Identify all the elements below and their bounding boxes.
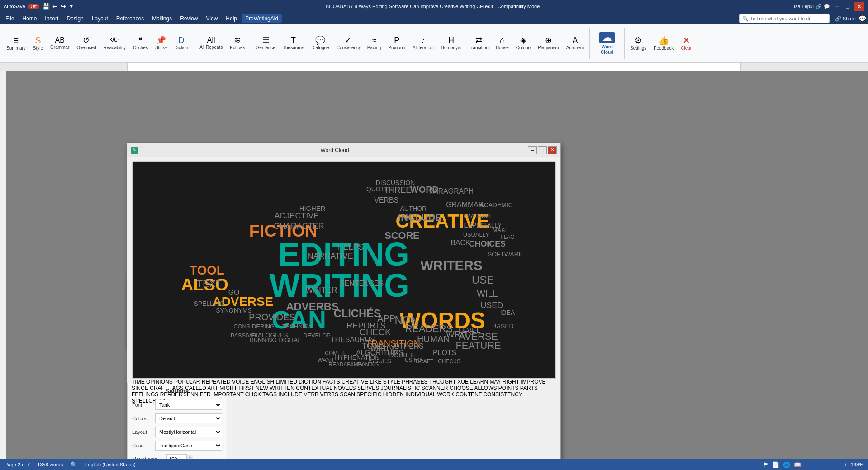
menu-references[interactable]: References: [113, 14, 147, 23]
ribbon-word-cloud[interactable]: ☁ Word Cloud: [593, 26, 621, 61]
ribbon-thesaurus[interactable]: T Thesaurus: [280, 26, 307, 61]
menu-design[interactable]: Design: [63, 14, 87, 23]
colors-select[interactable]: Default Warm Cool: [155, 413, 222, 423]
menu-view[interactable]: View: [203, 14, 222, 23]
cliches-label: Clichés: [133, 45, 148, 51]
ribbon-style[interactable]: S Style: [30, 26, 46, 61]
ribbon-homonym[interactable]: H Homonym: [438, 26, 465, 61]
grammar-label: Grammar: [50, 45, 69, 50]
separator-3: [589, 28, 590, 59]
max-words-up[interactable]: ▲: [187, 455, 193, 459]
title-bar-title: BOOKBABY 9 Ways Editing Software Can Imp…: [74, 4, 792, 9]
menu-review[interactable]: Review: [176, 14, 201, 23]
svg-text:CHOICES: CHOICES: [469, 239, 506, 248]
share-icon[interactable]: 🔗: [816, 4, 822, 9]
sentence-label: Sentence: [256, 45, 275, 51]
menu-prowritingaid[interactable]: ProWritingAid: [242, 14, 282, 23]
svg-text:SYNONYMS: SYNONYMS: [216, 307, 251, 314]
ribbon-plagiarism[interactable]: ⊕ Plagiarism: [535, 26, 562, 61]
ribbon-consistency[interactable]: ✓ Consistency: [334, 26, 363, 61]
comments-icon[interactable]: 💬: [824, 4, 830, 9]
svg-text:ACADEMIC: ACADEMIC: [480, 201, 513, 209]
ribbon-cliches[interactable]: ❝ Clichés: [130, 26, 151, 61]
echoes-label: Echoes: [230, 45, 245, 51]
ribbon-alliteration[interactable]: ♪ Alliteration: [410, 26, 436, 61]
ruler: [0, 63, 868, 71]
acronym-label: Acronym: [566, 45, 584, 51]
menu-bar: File Home Insert Design Layout Reference…: [0, 13, 868, 24]
ribbon-feedback[interactable]: 👍 Feedback: [651, 26, 676, 61]
plagiarism-icon: ⊕: [545, 36, 552, 44]
menu-insert[interactable]: Insert: [41, 14, 62, 23]
ribbon-transition[interactable]: ⇄ Transition: [466, 26, 491, 61]
separator-4: [624, 28, 625, 59]
separator-2: [251, 28, 251, 59]
save-icon[interactable]: 💾: [42, 3, 50, 10]
wordcloud-svg: EDITING WRITING CREATIVE FICTION CAN WOR…: [133, 162, 555, 378]
ribbon-sticky[interactable]: 📌 Sticky: [152, 26, 170, 61]
ribbon-readability[interactable]: 👁 Readability: [101, 26, 128, 61]
ribbon-clear[interactable]: ✕ Clear: [678, 26, 694, 61]
summary-icon: ≡: [14, 36, 19, 45]
menu-home[interactable]: Home: [19, 14, 40, 23]
ribbon-settings[interactable]: ⚙ Settings: [627, 26, 649, 61]
menu-layout[interactable]: Layout: [88, 14, 112, 23]
dialog-close-button[interactable]: ✕: [548, 146, 557, 154]
menu-mailings[interactable]: Mailings: [148, 14, 175, 23]
cliches-icon: ❝: [138, 36, 143, 44]
ribbon-diction[interactable]: D Diction: [172, 26, 191, 61]
sentence-icon: ☰: [262, 36, 270, 44]
search-bar[interactable]: 🔍 Tell me what you want to do: [739, 14, 830, 23]
readability-label: Readability: [104, 45, 126, 51]
ribbon-summary[interactable]: ≡ Summary: [4, 26, 28, 61]
minimize-button[interactable]: ─: [832, 2, 841, 11]
house-label: House: [496, 45, 509, 51]
ribbon-overused[interactable]: ↺ Overused: [74, 26, 99, 61]
layout-select[interactable]: MostlyHorizontal Horizontal Vertical: [155, 427, 222, 437]
menu-file[interactable]: File: [2, 14, 18, 23]
dialog-content: EDITING WRITING CREATIVE FICTION CAN WOR…: [127, 157, 560, 383]
undo-icon[interactable]: ↩: [52, 3, 58, 10]
autosave-toggle[interactable]: Off: [28, 4, 39, 9]
style-label: Style: [33, 46, 43, 51]
summary-label: Summary: [6, 46, 26, 51]
layout-setting-row: Layout MostlyHorizontal Horizontal Verti…: [132, 427, 222, 437]
svg-text:WRITING: WRITING: [269, 268, 409, 304]
case-setting-row: Case IntelligentCase Uppercase Lowercase: [132, 441, 222, 451]
search-icon: 🔍: [742, 16, 749, 22]
dialog-minimize-button[interactable]: ─: [528, 146, 537, 154]
svg-text:PLOTS: PLOTS: [433, 349, 456, 356]
redo-icon[interactable]: ↪: [61, 3, 66, 10]
share-btn[interactable]: 🔗 Share: [835, 16, 856, 22]
ribbon-house[interactable]: ⌂ House: [493, 26, 512, 61]
ribbon-dialogue[interactable]: 💬 Dialogue: [308, 26, 332, 61]
svg-text:GRAMMAR: GRAMMAR: [446, 201, 484, 209]
close-button[interactable]: ✕: [854, 2, 864, 11]
dialog-title-buttons: ─ □ ✕: [528, 146, 557, 154]
ribbon-grammar[interactable]: AB Grammar: [47, 26, 72, 61]
ribbon-pacing[interactable]: ≈ Pacing: [365, 26, 384, 61]
dialog-title-icon: ✎: [131, 147, 138, 154]
svg-text:TEXT: TEXT: [197, 278, 222, 290]
ribbon-sentence[interactable]: ☰ Sentence: [254, 26, 278, 61]
font-select[interactable]: Tank Arial Times New Roman: [155, 400, 222, 410]
restore-button[interactable]: □: [843, 2, 852, 11]
max-words-input[interactable]: [166, 454, 187, 459]
share-section: 🔗 Share 💬: [835, 15, 866, 22]
case-select[interactable]: IntelligentCase Uppercase Lowercase: [155, 441, 222, 451]
title-bar: AutoSave Off 💾 ↩ ↪ ▼ BOOKBABY 9 Ways Edi…: [0, 0, 868, 13]
ribbon-combo[interactable]: ◈ Combo: [513, 26, 533, 61]
comments-btn[interactable]: 💬: [859, 15, 866, 22]
grammar-icon: AB: [55, 37, 64, 44]
consistency-label: Consistency: [337, 45, 360, 51]
ribbon-all-repeats[interactable]: All All Repeats: [197, 26, 225, 61]
ribbon-echoes[interactable]: ≋ Echoes: [227, 26, 247, 61]
dialog-restore-button[interactable]: □: [538, 146, 547, 154]
ribbon-pronoun[interactable]: P Pronoun: [385, 26, 408, 61]
svg-text:CONSIDERING: CONSIDERING: [233, 323, 275, 330]
ribbon-acronym[interactable]: A Acronym: [564, 26, 587, 61]
menu-help[interactable]: Help: [222, 14, 241, 23]
customize-icon[interactable]: ▼: [69, 3, 74, 9]
svg-text:CHECKS: CHECKS: [438, 358, 460, 365]
svg-text:MEANING: MEANING: [354, 361, 379, 368]
